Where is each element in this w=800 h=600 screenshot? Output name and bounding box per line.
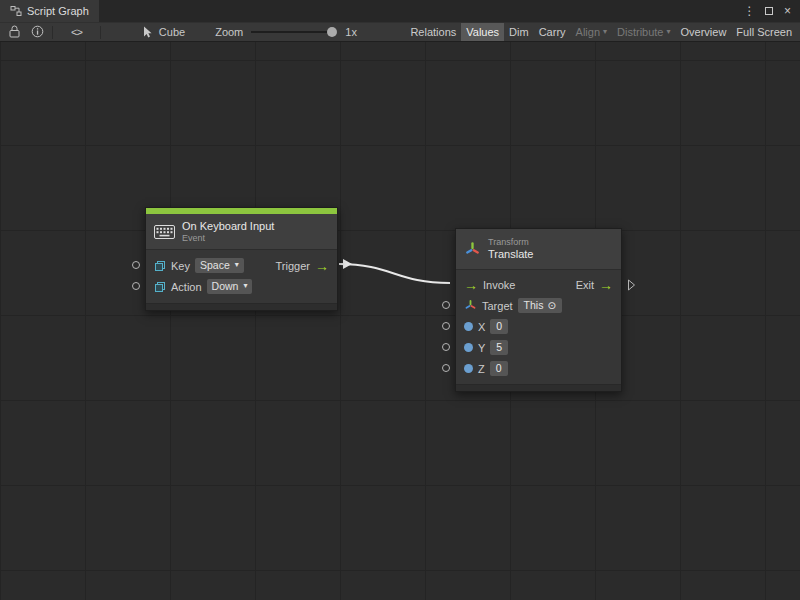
code-view-icon[interactable]: <>	[71, 26, 82, 38]
action-label: Action	[171, 281, 202, 293]
zoom-slider[interactable]	[251, 27, 337, 37]
x-input-port[interactable]	[442, 322, 450, 330]
float-type-icon	[464, 343, 473, 352]
x-label: X	[478, 321, 485, 333]
graph-toolbar: <> Cube Zoom 1x Relations Values Dim Car…	[0, 22, 800, 42]
invoke-row: → Invoke Exit →	[456, 274, 621, 295]
transform-type-icon	[464, 299, 477, 312]
caret-down-icon: ▾	[235, 261, 239, 269]
node-translate[interactable]: Transform Translate → Invoke Exit →	[455, 228, 622, 392]
target-row: Target This ⊙	[456, 295, 621, 316]
toolbar-separator	[52, 26, 53, 39]
dim-button[interactable]: Dim	[504, 23, 534, 41]
info-icon[interactable]	[31, 25, 44, 40]
cursor-icon	[143, 26, 153, 38]
y-row: Y 5	[456, 337, 621, 358]
invoke-input-port[interactable]: →	[464, 278, 478, 292]
maximize-icon[interactable]	[760, 2, 777, 20]
caret-down-icon: ▾	[603, 28, 607, 36]
tab-bar: Script Graph ⋮ ×	[0, 0, 800, 22]
z-row: Z 0	[456, 358, 621, 379]
values-button[interactable]: Values	[461, 23, 504, 41]
script-graph-window: Script Graph ⋮ ×	[0, 0, 800, 600]
relations-button[interactable]: Relations	[405, 23, 461, 41]
action-dropdown[interactable]: Down ▾	[207, 279, 253, 294]
target-label: Target	[482, 300, 513, 312]
tab-title: Script Graph	[27, 5, 89, 17]
window-controls: ⋮ ×	[741, 0, 800, 22]
x-row: X 0	[456, 316, 621, 337]
node-category: Transform	[488, 237, 533, 248]
action-input-port[interactable]	[132, 282, 140, 290]
graph-object-name: Cube	[159, 26, 185, 38]
transform-icon	[464, 241, 481, 258]
node-on-keyboard-input[interactable]: On Keyboard Input Event Key Space ▾	[145, 207, 338, 311]
invoke-label: Invoke	[483, 279, 515, 291]
toolbar-separator	[100, 26, 101, 39]
zoom-control: Zoom 1x	[215, 26, 357, 38]
node-footer	[146, 303, 337, 310]
graph-breadcrumb[interactable]: Cube	[143, 26, 185, 38]
zoom-slider-track[interactable]	[251, 31, 337, 33]
key-dropdown[interactable]: Space ▾	[195, 258, 244, 273]
z-label: Z	[478, 363, 485, 375]
node-header: On Keyboard Input Event	[146, 214, 337, 250]
y-input-port[interactable]	[442, 343, 450, 351]
trigger-label: Trigger	[276, 260, 310, 272]
key-row: Key Space ▾ Trigger →	[146, 255, 337, 276]
node-titles: On Keyboard Input Event	[182, 220, 274, 244]
zoom-slider-handle[interactable]	[327, 27, 337, 37]
node-body: → Invoke Exit → Target	[456, 270, 621, 384]
graph-canvas[interactable]: On Keyboard Input Event Key Space ▾	[0, 42, 800, 600]
connection-wire	[0, 42, 800, 600]
target-scope-icon: ⊙	[547, 299, 556, 311]
exit-output-port[interactable]: →	[599, 278, 613, 292]
node-subtitle: Event	[182, 233, 274, 244]
distribute-button[interactable]: Distribute▾	[612, 23, 675, 41]
enum-type-icon	[154, 260, 166, 272]
trigger-output-port[interactable]: →	[315, 259, 329, 273]
key-label: Key	[171, 260, 190, 272]
node-title: Translate	[488, 248, 533, 261]
overview-button[interactable]: Overview	[676, 23, 732, 41]
lock-icon[interactable]	[9, 25, 20, 40]
float-type-icon	[464, 322, 473, 331]
toolbar-buttons: Relations Values Dim Carry Align▾ Distri…	[405, 23, 797, 41]
toolbar-left-group	[9, 25, 44, 40]
zoom-label: Zoom	[215, 26, 243, 38]
key-input-port[interactable]	[132, 261, 140, 269]
node-footer	[456, 384, 621, 391]
x-value-field[interactable]: 0	[490, 319, 508, 334]
enum-type-icon	[154, 281, 166, 293]
tab-script-graph[interactable]: Script Graph	[0, 0, 99, 22]
node-header: Transform Translate	[456, 229, 621, 270]
carry-button[interactable]: Carry	[534, 23, 571, 41]
target-input-port[interactable]	[442, 301, 450, 309]
align-button[interactable]: Align▾	[571, 23, 612, 41]
fullscreen-button[interactable]: Full Screen	[731, 23, 797, 41]
target-this-button[interactable]: This ⊙	[518, 298, 563, 313]
y-value-field[interactable]: 5	[490, 340, 508, 355]
exit-label: Exit	[576, 279, 594, 291]
z-value-field[interactable]: 0	[490, 361, 508, 376]
y-label: Y	[478, 342, 485, 354]
z-input-port[interactable]	[442, 364, 450, 372]
node-titles: Transform Translate	[488, 237, 533, 261]
script-graph-icon	[10, 5, 22, 17]
close-icon[interactable]: ×	[779, 2, 796, 20]
node-body: Key Space ▾ Trigger → Action	[146, 250, 337, 303]
action-row: Action Down ▾	[146, 276, 337, 297]
exit-unconnected-arrow[interactable]	[627, 279, 636, 293]
tabbar-spacer	[99, 0, 741, 22]
zoom-value: 1x	[345, 26, 357, 38]
float-type-icon	[464, 364, 473, 373]
keyboard-icon	[154, 225, 175, 239]
caret-down-icon: ▾	[667, 28, 671, 36]
node-title: On Keyboard Input	[182, 220, 274, 233]
caret-down-icon: ▾	[243, 282, 247, 290]
menu-dots-icon[interactable]: ⋮	[741, 2, 758, 20]
